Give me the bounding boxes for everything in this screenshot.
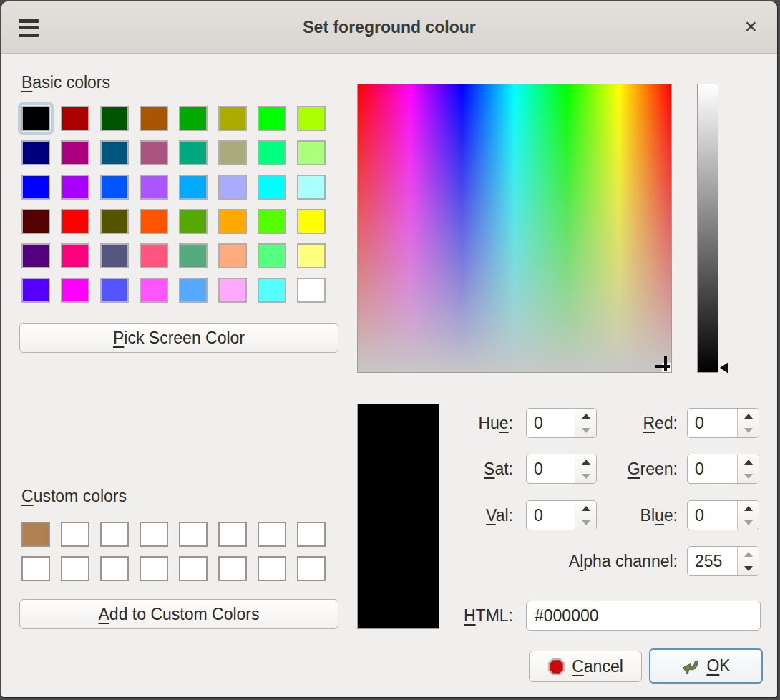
color-swatch[interactable]: [100, 209, 129, 234]
basic-colors-label: Basic colors: [21, 73, 110, 92]
color-swatch[interactable]: [61, 140, 89, 165]
sat-label: Sat:: [391, 454, 513, 484]
color-swatch[interactable]: [140, 106, 168, 131]
color-swatch[interactable]: [218, 278, 247, 303]
stop-icon: [547, 658, 565, 676]
color-swatch[interactable]: [258, 209, 286, 234]
color-swatch[interactable]: [140, 243, 168, 268]
color-swatch[interactable]: [218, 106, 247, 131]
color-swatch[interactable]: [297, 106, 326, 131]
titlebar: Set foreground colour ×: [1, 1, 777, 54]
color-swatch[interactable]: [61, 209, 89, 234]
blue-increment-button[interactable]: [738, 501, 759, 515]
color-swatch[interactable]: [21, 140, 50, 165]
color-swatch[interactable]: [218, 175, 247, 200]
hue-saturation-picker[interactable]: [357, 84, 672, 373]
pick-screen-color-button[interactable]: Pick Screen Color: [19, 323, 338, 353]
cancel-button[interactable]: Cancel: [529, 651, 642, 682]
add-to-custom-colors-button[interactable]: Add to Custom Colors: [19, 599, 338, 629]
color-swatch[interactable]: [179, 522, 208, 547]
color-swatch[interactable]: [179, 243, 208, 268]
color-swatch[interactable]: [61, 522, 89, 547]
alpha-value[interactable]: 255: [688, 547, 737, 575]
custom-colors-grid[interactable]: [21, 522, 326, 581]
color-swatch[interactable]: [100, 106, 129, 131]
color-swatch[interactable]: [258, 556, 286, 581]
blue-decrement-button[interactable]: [738, 515, 759, 530]
color-swatch[interactable]: [297, 522, 326, 547]
color-swatch[interactable]: [100, 175, 129, 200]
color-swatch[interactable]: [21, 243, 50, 268]
color-swatch[interactable]: [100, 140, 129, 165]
color-swatch[interactable]: [258, 140, 286, 165]
color-swatch[interactable]: [100, 522, 129, 547]
color-swatch[interactable]: [61, 106, 89, 131]
color-swatch[interactable]: [297, 209, 326, 234]
color-swatch[interactable]: [179, 106, 208, 131]
green-spinbox[interactable]: 0: [687, 454, 759, 484]
color-swatch[interactable]: [297, 243, 326, 268]
color-swatch[interactable]: [61, 278, 89, 303]
color-swatch[interactable]: [297, 556, 326, 581]
red-value[interactable]: 0: [688, 409, 737, 437]
color-swatch[interactable]: [258, 522, 286, 547]
color-swatch[interactable]: [179, 140, 208, 165]
ok-label: OK: [706, 656, 730, 676]
color-swatch[interactable]: [218, 243, 247, 268]
color-swatch[interactable]: [21, 106, 50, 131]
color-swatch[interactable]: [297, 278, 326, 303]
color-swatch[interactable]: [21, 175, 50, 200]
green-increment-button[interactable]: [738, 454, 759, 469]
color-swatch[interactable]: [258, 106, 286, 131]
alpha-spinbox[interactable]: 255: [687, 546, 759, 576]
color-swatch[interactable]: [140, 209, 168, 234]
green-decrement-button[interactable]: [738, 469, 759, 483]
color-swatch[interactable]: [61, 243, 89, 268]
pick-screen-color-label: Pick Screen Color: [113, 329, 245, 348]
color-swatch[interactable]: [297, 140, 326, 165]
window-title: Set foreground colour: [1, 1, 777, 53]
color-swatch[interactable]: [21, 209, 50, 234]
color-swatch[interactable]: [179, 556, 208, 581]
red-increment-button[interactable]: [738, 409, 759, 423]
color-swatch[interactable]: [21, 556, 50, 581]
color-swatch[interactable]: [179, 175, 208, 200]
color-swatch[interactable]: [140, 556, 168, 581]
color-swatch[interactable]: [258, 175, 286, 200]
red-decrement-button[interactable]: [738, 423, 759, 437]
close-icon[interactable]: ×: [740, 1, 761, 53]
color-swatch[interactable]: [218, 556, 247, 581]
color-swatch[interactable]: [140, 175, 168, 200]
alpha-decrement-button[interactable]: [738, 561, 759, 575]
ok-button[interactable]: OK: [649, 648, 763, 684]
color-swatch[interactable]: [140, 140, 168, 165]
color-swatch[interactable]: [140, 522, 168, 547]
color-swatch[interactable]: [100, 278, 129, 303]
alpha-increment-button[interactable]: [738, 547, 759, 561]
color-swatch[interactable]: [21, 522, 50, 547]
color-swatch[interactable]: [140, 278, 168, 303]
color-swatch[interactable]: [61, 175, 89, 200]
color-swatch[interactable]: [21, 278, 50, 303]
red-spinbox[interactable]: 0: [687, 408, 759, 438]
green-label: Green:: [531, 454, 678, 484]
value-slider-handle-icon[interactable]: [720, 362, 728, 374]
blue-label: Blue:: [531, 500, 678, 530]
basic-colors-grid[interactable]: [21, 106, 326, 303]
color-swatch[interactable]: [179, 278, 208, 303]
blue-spinbox[interactable]: 0: [687, 500, 759, 530]
value-slider[interactable]: [697, 84, 718, 373]
color-swatch[interactable]: [61, 556, 89, 581]
color-swatch[interactable]: [100, 243, 129, 268]
color-swatch[interactable]: [258, 278, 286, 303]
color-swatch[interactable]: [100, 556, 129, 581]
color-swatch[interactable]: [218, 140, 247, 165]
blue-value[interactable]: 0: [688, 501, 737, 530]
color-swatch[interactable]: [218, 209, 247, 234]
color-swatch[interactable]: [258, 243, 286, 268]
color-swatch[interactable]: [218, 522, 247, 547]
color-swatch[interactable]: [179, 209, 208, 234]
html-color-input[interactable]: [526, 601, 761, 631]
color-swatch[interactable]: [297, 175, 326, 200]
green-value[interactable]: 0: [688, 454, 737, 483]
